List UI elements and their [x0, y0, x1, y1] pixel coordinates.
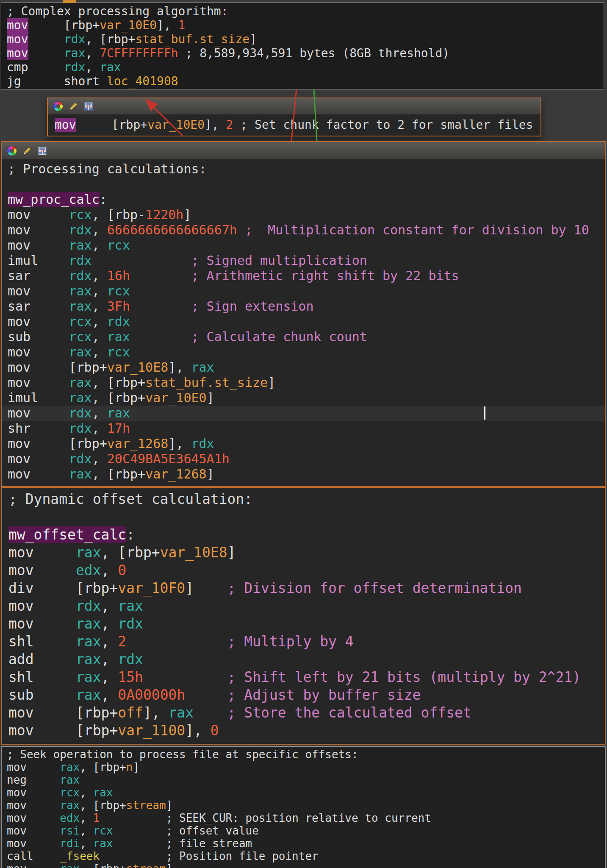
code-text: ,	[92, 299, 107, 314]
text-caret	[484, 406, 485, 420]
code-line[interactable]: sub rcx, rax ; Calculate chunk count	[2, 329, 605, 345]
immediate-value: 20C49BA5E3645A1h	[107, 451, 230, 466]
code-text: ,	[92, 268, 107, 283]
code-line[interactable]: mov rcx, rax	[2, 786, 605, 799]
immediate-value: 15h	[118, 669, 143, 685]
code-line[interactable]: imul rdx ; Signed multiplication	[2, 253, 605, 268]
code-line[interactable]: sub rax, 0A00000h ; Adjust by buffer siz…	[2, 686, 605, 704]
code-line[interactable]: mov rax, [rbp+stat_buf.st_size]	[2, 375, 605, 390]
code-line[interactable]: mov [rbp+off], rax ; Store the calculate…	[2, 704, 605, 722]
node-titlebar[interactable]	[48, 98, 540, 115]
code-block-seek-operation: ; Seek operation to process file at spec…	[1, 746, 606, 868]
code-line[interactable]: mw_offset_calc:	[2, 526, 605, 544]
code-line[interactable]: mov rcx, rdx	[2, 314, 605, 329]
code-text: ]	[249, 32, 257, 46]
code-line[interactable]: jg short loc_401908	[1, 74, 604, 88]
code-line[interactable]: mov rdx, rax	[2, 597, 605, 615]
code-line[interactable]: mov [rbp+var_1100], 0	[2, 722, 605, 740]
code-line[interactable]: mov rax, rcx	[2, 345, 605, 360]
graph-view-icon[interactable]	[36, 145, 48, 156]
code-text: mov [rbp+	[8, 436, 107, 451]
code-text: shl	[8, 669, 76, 685]
register-operand: rax	[60, 862, 80, 868]
code-line[interactable]: neg rax	[2, 773, 605, 786]
code-line[interactable]: ; Dynamic offset calculation:	[2, 490, 605, 508]
code-line[interactable]: mov rax, rdx	[2, 615, 605, 633]
code-line[interactable]: shl rax, 15h ; Shift left by 21 bits (mu…	[2, 668, 605, 686]
code-line[interactable]: sar rax, 3Fh ; Sign extension	[2, 299, 605, 314]
code-line[interactable]: mov edx, 0	[2, 562, 605, 579]
code-line[interactable]: shl rax, 2 ; Multiply by 4	[2, 633, 605, 651]
code-text: mov	[7, 761, 60, 773]
code-text: mov	[8, 451, 69, 466]
code-text: call	[7, 850, 60, 862]
edit-node-icon[interactable]	[67, 101, 79, 112]
code-line[interactable]: add rax, rdx	[2, 651, 605, 668]
code-listing: ; Complex processing algorithm:mov [rbp+…	[1, 3, 604, 88]
code-line[interactable]	[2, 508, 605, 526]
code-line[interactable]: mov [rbp+var_1268], rdx	[2, 436, 605, 451]
code-line[interactable]: call _fseek ; Position file pointer	[2, 850, 605, 862]
code-line[interactable]: cmp rdx, rax	[1, 60, 604, 74]
register-operand: rax	[69, 238, 92, 253]
register-operand: rax	[69, 284, 92, 298]
code-line[interactable]	[2, 177, 605, 192]
code-line[interactable]: mov rax, [rbp+stream]	[2, 862, 605, 868]
code-text: ]	[185, 580, 227, 596]
code-line[interactable]: ; Seek operation to process file at spec…	[2, 748, 605, 761]
code-text	[237, 223, 245, 237]
code-line[interactable]: mov edx, 1 ; SEEK_CUR: position relative…	[2, 812, 605, 824]
register-operand: rax	[76, 687, 101, 703]
code-line[interactable]: mov rdx, 6666666666666667h ; Multiplicat…	[2, 223, 605, 238]
code-text: , [rbp+	[101, 544, 160, 561]
comment: ; 8,589,934,591 bytes (8GB threshold)	[185, 46, 449, 60]
code-text: , [rbp+	[92, 375, 145, 390]
code-line[interactable]: mov rsi, rcx ; offset value	[2, 824, 605, 837]
color-wheel-icon[interactable]	[52, 101, 64, 112]
code-text: [rbp+	[76, 118, 148, 132]
code-text: jg short	[7, 74, 107, 88]
graph-view-icon[interactable]	[83, 101, 94, 112]
code-line[interactable]: mov rdx, rax	[2, 406, 605, 421]
register-operand: rdx	[118, 615, 143, 632]
code-line[interactable]: mov [rbp+var_10E8], rax	[2, 360, 605, 375]
code-line[interactable]: mov rdx, 20C49BA5E3645A1h	[2, 451, 605, 467]
code-line[interactable]: div [rbp+var_10F0] ; Division for offset…	[2, 579, 605, 597]
code-line[interactable]: mw_proc_calc:	[2, 192, 605, 207]
code-text: ]	[133, 761, 139, 773]
code-line[interactable]: imul rax, [rbp+var_10E0]	[2, 390, 605, 406]
highlighted-mnemonic: mov	[7, 46, 28, 60]
node-titlebar[interactable]	[2, 142, 605, 160]
comment: ; Set chunk factor to 2 for smaller file…	[240, 118, 533, 132]
stack-variable: n	[126, 761, 133, 773]
code-line[interactable]: mov rax, [rbp+n]	[2, 761, 605, 773]
code-line[interactable]: mov rdx, [rbp+stat_buf.st_size]	[1, 32, 604, 46]
code-line[interactable]: mov rax, rcx	[2, 238, 605, 253]
code-line[interactable]: shr rdx, 17h	[2, 421, 605, 436]
code-listing: ; Dynamic offset calculation:mw_offset_c…	[2, 488, 605, 740]
code-line[interactable]: mov rax, [rbp+var_1268]	[2, 467, 605, 482]
code-line[interactable]: sar rdx, 16h ; Arithmetic right shift by…	[2, 268, 605, 284]
code-line[interactable]: ; Complex processing algorithm:	[1, 4, 604, 18]
code-text: ,	[85, 60, 100, 74]
register-operand: rax	[69, 390, 92, 405]
register-operand: rcx	[60, 786, 80, 799]
code-listing: mov [rbp+var_10E0], 2 ; Set chunk factor…	[48, 115, 540, 134]
color-wheel-icon[interactable]	[6, 145, 17, 156]
code-text: mov	[7, 812, 60, 824]
code-line[interactable]: mov rax, 7CFFFFFFFFh ; 8,589,934,591 byt…	[1, 46, 604, 60]
code-text: mov	[8, 598, 76, 614]
code-line[interactable]: mov rax, rcx	[2, 284, 605, 299]
code-text: ,	[80, 837, 93, 850]
code-line[interactable]: mov [rbp+var_10E0], 2 ; Set chunk factor…	[48, 116, 540, 134]
code-line[interactable]: mov [rbp+var_10E0], 1	[1, 18, 604, 32]
code-line[interactable]: mov rax, [rbp+var_10E8]	[2, 544, 605, 562]
code-line[interactable]: ; Processing calculations:	[2, 161, 605, 177]
code-line[interactable]: mov rcx, [rbp-1220h]	[2, 207, 605, 223]
immediate-value: 17h	[107, 421, 130, 436]
register-operand: rcx	[107, 238, 130, 253]
code-text: ,	[101, 669, 118, 685]
code-line[interactable]: mov rdi, rax ; file stream	[2, 837, 605, 850]
edit-node-icon[interactable]	[21, 145, 33, 156]
code-line[interactable]: mov rax, [rbp+stream]	[2, 799, 605, 812]
